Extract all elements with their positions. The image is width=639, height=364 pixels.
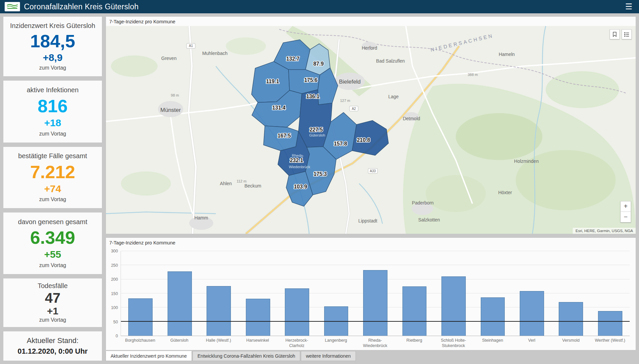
zoom-control: + − [620,201,631,222]
legend-icon[interactable] [622,29,632,39]
bar-slot [317,251,355,336]
bar-slot [512,251,551,336]
bar[interactable] [441,276,466,336]
value-label-rheda-wiedenbrueck: 232.1 [290,157,303,163]
svg-text:A1: A1 [189,44,193,48]
x-axis-label: Schloß Holte-Stukenbrock [434,338,473,349]
bar[interactable] [128,298,153,336]
card-title: Todesfälle [38,282,68,290]
city-label: Herford [362,45,377,51]
city-label: Greven [161,56,177,61]
bar-slot [121,251,160,336]
x-axis-label: Rheda-Wiedenbrück [355,338,395,349]
y-axis-tick-label: 300 [111,249,118,253]
bookmark-icon[interactable] [610,29,620,39]
card-aktueller-stand: Aktueller Stand: 01.12.2020, 0:00 Uhr [3,331,102,361]
bar-slot [473,251,512,336]
card-value: 816 [38,97,68,115]
card-delta: +18 [44,118,61,128]
city-label: Bielefeld [339,79,360,85]
value-label-verl: 157.8 [334,141,347,147]
card-title: davon genesen gesamt [18,218,87,226]
page-title: Coronafallzahlen Kreis Gütersloh [24,2,139,11]
x-axis-label: Versmold [551,338,591,349]
menu-icon[interactable]: ☰ [623,2,634,11]
x-axis-label: Rietberg [395,338,434,349]
map-panel: 7-Tage-Inzidenz pro Kommune [106,16,636,234]
elevation-label: 98 m [171,93,179,97]
road-shield-a33: A33 [368,169,377,174]
card-bestaetigte-faelle: bestätigte Fälle gesamt 7.212 +74 zum Vo… [3,147,102,208]
indicator-sidebar: Inzidenzwert Kreis Gütersloh 184,5 +8,9 … [3,16,102,361]
bar-slot [160,251,199,336]
card-note: zum Vortag [39,317,66,323]
x-axis-label: Verl [512,338,551,349]
x-axis-label: Werther (Westf.) [590,338,630,349]
tab-entwicklung-fallzahlen[interactable]: Entwicklung Corona-Fallzahlen Kreis Güte… [193,351,300,361]
value-label-borgholzhausen: 132.7 [286,56,300,62]
value-label-schloss-holte: 210.8 [357,137,370,143]
road-shield-a2: A2 [349,106,358,111]
city-label: Hameln [499,52,515,57]
tab-weitere-informationen[interactable]: weitere Informationen [301,351,356,361]
card-note: zum Vortag [39,262,66,268]
bar-slot [395,251,434,336]
value-label-langenberg: 103.9 [294,183,307,189]
app-header: Coronafallzahlen Kreis Gütersloh ☰ [0,0,639,13]
value-label-werther: 87.9 [313,61,323,67]
x-axis-label: Halle (Westf.) [199,338,238,349]
bar[interactable] [168,271,192,336]
bar[interactable] [481,297,505,336]
zoom-in-button[interactable]: + [620,201,631,212]
bar[interactable] [598,311,622,336]
bar[interactable] [363,270,387,336]
card-value: 184,5 [30,32,75,50]
value-label-rietberg: 175.3 [314,171,327,177]
card-delta: +1 [47,306,58,316]
y-axis-tick-label: 250 [111,263,118,268]
kreis-guetersloh-logo [5,2,20,11]
plot-area [121,251,630,336]
main-column: 7-Tage-Inzidenz pro Kommune [106,16,636,361]
city-label-on-map: Wiedenbrück [289,165,311,169]
road-shield-a1: A1 [187,43,195,48]
x-axis-label: Borgholzhausen [121,338,160,349]
value-label-steinhagen: 136.1 [306,93,320,99]
map-attribution: Esri, HERE, Garmin, USGS, NGA [573,228,636,234]
city-label: Lippstadt [358,218,377,223]
bar[interactable] [559,302,583,336]
bar[interactable] [520,291,544,336]
bar[interactable] [402,286,427,336]
map-canvas[interactable]: Münster Bielefeld Herford Bad Salzuflen … [106,26,636,234]
chart-panel-title: 7-Tage-Inzidenz pro Kommune [106,238,636,247]
city-label: Lage [388,94,398,99]
bar-slot [434,251,473,336]
plot-wrap: BorgholzhausenGüterslohHalle (Westf.)Har… [121,251,630,349]
card-note: zum Vortag [39,131,66,137]
card-title: aktive Infektionen [27,86,79,94]
value-label-guetersloh: 227.5 [310,127,323,133]
city-label: Hamm [194,215,208,220]
logo-graphic [6,3,19,10]
elevation-label: 127 m [340,99,350,103]
svg-text:A33: A33 [370,169,376,173]
bar-slot [199,251,238,336]
city-label-on-map: Gütersloh [309,133,325,137]
bar-slot [591,251,630,336]
bar[interactable] [285,288,309,336]
zoom-out-button[interactable]: − [620,212,631,222]
bottom-tab-bar: Aktueller Inzidenzwert pro Kommune Entwi… [106,351,636,361]
city-label: Beckum [245,183,262,188]
city-label: Detmold [403,116,420,121]
status-title: Aktueller Stand: [27,336,78,345]
x-axis-label: Steinhagen [473,338,512,349]
y-axis-tick-label: 200 [111,277,118,282]
city-label: Salzkotten [418,217,440,222]
bar-slot [356,251,395,336]
bar[interactable] [207,286,231,336]
tab-aktueller-inzidenzwert[interactable]: Aktueller Inzidenzwert pro Kommune [106,351,192,361]
bar-chart: 050100150200250300 BorgholzhausenGütersl… [106,247,636,350]
card-todesfaelle: Todesfälle 47 +1 zum Vortag [3,278,102,327]
card-title: bestätigte Fälle gesamt [18,152,87,160]
bar[interactable] [246,299,270,336]
